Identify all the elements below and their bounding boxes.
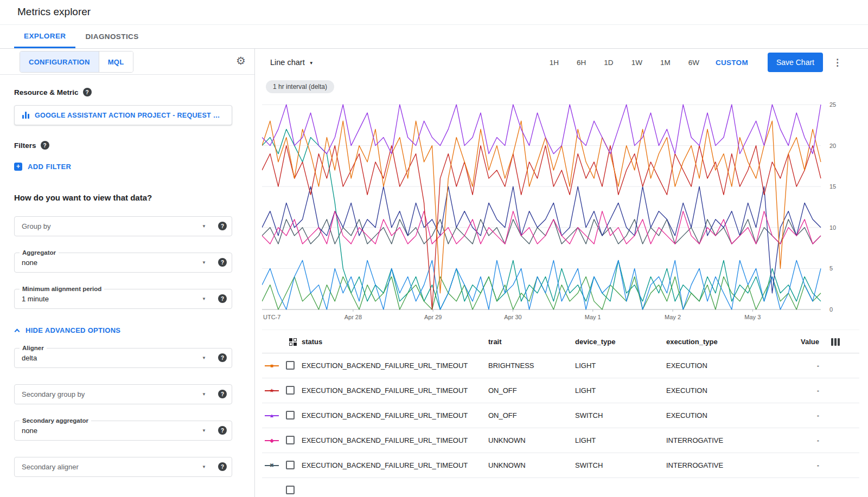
save-chart-button[interactable]: Save Chart	[768, 53, 823, 72]
resource-metric-value: GOOGLE ASSISTANT ACTION PROJECT - REQUES…	[35, 112, 224, 119]
row-checkbox[interactable]	[286, 461, 295, 469]
legend-toggle-icon[interactable]	[289, 338, 297, 346]
row-checkbox[interactable]	[286, 386, 295, 395]
svg-text:May 1: May 1	[585, 314, 601, 320]
time-range-1h[interactable]: 1H	[550, 59, 559, 67]
dropdown-aligner[interactable]: Alignerdelta▼?	[14, 348, 232, 368]
dropdown-secondary-aggregator[interactable]: Secondary aggregatornone▼?	[14, 421, 232, 441]
cell-value: -	[817, 436, 819, 444]
cell-trait: ON_OFF	[488, 386, 517, 395]
time-range-6h[interactable]: 6H	[577, 59, 586, 67]
resource-metric-text: Resource & Metric	[14, 88, 79, 96]
cell-trait: UNKNOWN	[488, 461, 526, 469]
help-icon[interactable]: ?	[218, 390, 227, 398]
dropdown-arrow-icon: ▼	[202, 296, 206, 301]
help-icon[interactable]: ?	[218, 294, 227, 303]
cell-device-type: LIGHT	[575, 386, 596, 395]
more-options-icon[interactable]: ⋮	[833, 57, 842, 68]
hide-advanced-options-toggle[interactable]: HIDE ADVANCED OPTIONS	[14, 325, 232, 335]
table-row[interactable]: ✖EXECUTION_BACKEND_FAILURE_URL_TIMEOUTUN…	[262, 453, 859, 478]
dropdown-aggregator[interactable]: Aggregatornone▼?	[14, 253, 232, 273]
gear-icon[interactable]: ⚙	[236, 55, 246, 66]
svg-text:Apr 28: Apr 28	[344, 314, 362, 320]
help-icon[interactable]: ?	[218, 462, 227, 471]
add-filter-label: ADD FILTER	[28, 163, 71, 171]
custom-range-button[interactable]: CUSTOM	[716, 59, 748, 67]
svg-text:Apr 30: Apr 30	[504, 314, 521, 320]
chart-canvas: 0510152025UTC-7Apr 28Apr 29Apr 30May 1Ma…	[262, 99, 853, 324]
svg-text:15: 15	[829, 183, 836, 190]
field-placeholder: Secondary aligner	[22, 463, 79, 471]
cell-execution-type: INTERROGATIVE	[666, 436, 723, 444]
help-icon[interactable]: ?	[41, 141, 49, 150]
view-options-section: How do you want to view that data? Group…	[14, 193, 232, 493]
row-checkbox[interactable]	[286, 361, 295, 370]
cell-status: EXECUTION_BACKEND_FAILURE_URL_TIMEOUT	[302, 461, 468, 469]
time-range-1w[interactable]: 1W	[631, 59, 642, 67]
table-row[interactable]: ★EXECUTION_BACKEND_FAILURE_URL_TIMEOUTON…	[262, 378, 859, 403]
row-checkbox[interactable]	[286, 411, 295, 419]
chart-toolbar: Line chart ▼ 1H6H1D1W1M6W CUSTOM Save Ch…	[255, 49, 868, 76]
add-filter-button[interactable]: + ADD FILTER	[14, 163, 71, 171]
fields-top: Group by▼?Aggregatornone▼?Minimum alignm…	[14, 216, 232, 309]
tab-mql[interactable]: MQL	[99, 51, 133, 72]
table-row[interactable]: ▲EXECUTION_BACKEND_FAILURE_URL_TIMEOUTON…	[262, 403, 859, 428]
panel-body: Resource & Metric ? GOOGLE ASSISTANT ACT…	[0, 75, 254, 497]
table-body: ■EXECUTION_BACKEND_FAILURE_URL_TIMEOUTBR…	[262, 353, 859, 497]
cell-execution-type: EXECUTION	[666, 411, 707, 419]
table-row[interactable]: ◆EXECUTION_BACKEND_FAILURE_URL_TIMEOUTUN…	[262, 428, 859, 453]
svg-text:May 2: May 2	[665, 314, 681, 320]
interval-chip: 1 hr interval (delta)	[266, 80, 334, 93]
cell-device-type: LIGHT	[575, 362, 596, 370]
svg-text:0: 0	[829, 306, 833, 313]
resource-metric-button[interactable]: GOOGLE ASSISTANT ACTION PROJECT - REQUES…	[14, 105, 232, 125]
fields-advanced: Alignerdelta▼?Secondary group by▼?Second…	[14, 348, 232, 477]
chart-main-area: Line chart ▼ 1H6H1D1W1M6W CUSTOM Save Ch…	[255, 49, 868, 497]
dropdown-minimum-alignment-period[interactable]: Minimum alignment period1 minute▼?	[14, 289, 232, 309]
table-row-partial[interactable]	[262, 478, 859, 497]
table-header-row: status trait device_type execution_type …	[262, 330, 859, 353]
cell-device-type: SWITCH	[575, 411, 603, 419]
tab-configuration[interactable]: CONFIGURATION	[20, 51, 99, 72]
help-icon[interactable]: ?	[218, 222, 227, 230]
svg-text:5: 5	[829, 265, 833, 272]
column-execution-type: execution_type	[666, 338, 718, 346]
row-checkbox[interactable]	[286, 436, 295, 444]
mode-toggle: CONFIGURATION MQL	[20, 51, 133, 73]
cell-trait: BRIGHTNESS	[488, 362, 534, 370]
column-settings-icon[interactable]	[831, 338, 840, 346]
cell-trait: UNKNOWN	[488, 436, 526, 444]
svg-text:20: 20	[829, 143, 836, 149]
help-icon[interactable]: ?	[218, 258, 227, 267]
column-value: Value	[801, 338, 819, 346]
time-range-6w[interactable]: 6W	[688, 59, 699, 67]
line-chart: 0510152025UTC-7Apr 28Apr 29Apr 30May 1Ma…	[262, 99, 853, 324]
cell-value: -	[817, 362, 819, 370]
column-trait: trait	[488, 338, 502, 346]
table-row[interactable]: ■EXECUTION_BACKEND_FAILURE_URL_TIMEOUTBR…	[262, 353, 859, 378]
time-range-1m[interactable]: 1M	[660, 59, 671, 67]
row-checkbox[interactable]	[286, 486, 295, 494]
configuration-panel: CONFIGURATION MQL ⚙ Resource & Metric ? …	[0, 49, 255, 497]
tab-diagnostics[interactable]: DIAGNOSTICS	[75, 25, 148, 48]
help-icon[interactable]: ?	[218, 426, 227, 435]
series-star-marker-icon: ★	[265, 387, 279, 395]
tab-explorer[interactable]: EXPLORER	[14, 25, 75, 48]
dropdown-secondary-group-by[interactable]: Secondary group by▼?	[14, 384, 232, 404]
column-status: status	[302, 338, 322, 346]
dropdown-arrow-icon: ▼	[202, 392, 206, 397]
dropdown-group-by[interactable]: Group by▼?	[14, 216, 232, 236]
main-tabs: EXPLORER DIAGNOSTICS	[0, 25, 868, 49]
add-icon: +	[14, 163, 22, 171]
field-placeholder: Secondary group by	[22, 390, 85, 398]
time-range-1d[interactable]: 1D	[604, 59, 613, 67]
help-icon[interactable]: ?	[83, 88, 92, 96]
time-range-group: 1H6H1D1W1M6W	[550, 59, 699, 67]
chart-type-dropdown[interactable]: Line chart ▼	[270, 58, 314, 67]
cell-device-type: LIGHT	[575, 436, 596, 444]
svg-text:Apr 29: Apr 29	[424, 314, 442, 320]
dropdown-secondary-aligner[interactable]: Secondary aligner▼?	[14, 457, 232, 477]
svg-text:25: 25	[829, 101, 836, 108]
bar-chart-icon	[22, 112, 29, 119]
help-icon[interactable]: ?	[218, 353, 227, 362]
